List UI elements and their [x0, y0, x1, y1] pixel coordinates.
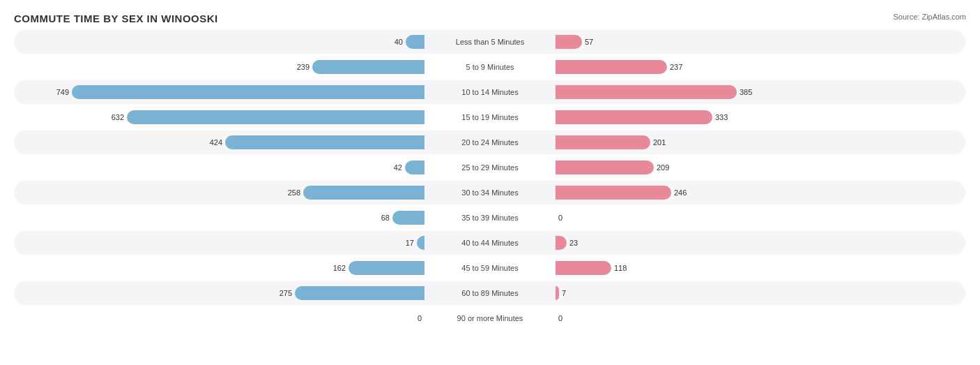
female-value: 237 [670, 63, 689, 71]
male-bar-wrap: 162 [27, 256, 424, 280]
female-bar [556, 161, 654, 174]
row-label: 30 to 34 Minutes [427, 188, 553, 197]
chart-row: 162 45 to 59 Minutes 118 [14, 256, 966, 280]
row-label: 60 to 89 Minutes [427, 289, 553, 297]
female-bar-wrap: 246 [556, 181, 953, 204]
right-section: 385 [553, 80, 966, 104]
chart-row: 17 40 to 44 Minutes 23 [14, 231, 966, 255]
male-bar [225, 135, 424, 149]
left-section: 275 [14, 281, 427, 305]
female-bar [556, 236, 567, 250]
left-section: 239 [14, 55, 427, 79]
right-section: 0 [553, 306, 966, 330]
left-section: 42 [14, 156, 427, 179]
female-value: 0 [558, 214, 578, 222]
left-section: 424 [14, 131, 427, 154]
left-section: 17 [14, 231, 427, 255]
left-section: 40 [14, 30, 427, 54]
male-bar-wrap: 40 [27, 30, 424, 54]
male-bar-wrap: 239 [27, 55, 424, 79]
male-value: 632 [105, 113, 124, 121]
male-value: 275 [273, 289, 292, 297]
female-value: 246 [674, 188, 694, 197]
female-bar [556, 261, 611, 275]
right-section: 246 [553, 181, 966, 204]
female-bar-wrap: 0 [556, 306, 953, 330]
female-value: 385 [740, 88, 759, 96]
chart-container: COMMUTE TIME BY SEX IN WINOOSKI Source: … [0, 0, 980, 365]
chart-title: COMMUTE TIME BY SEX IN WINOOSKI [14, 13, 966, 24]
female-value: 201 [653, 138, 673, 147]
female-bar [556, 60, 667, 74]
row-label: 20 to 24 Minutes [427, 138, 553, 147]
row-label: 45 to 59 Minutes [427, 264, 553, 272]
male-bar [406, 35, 424, 49]
male-value: 239 [290, 63, 309, 71]
male-bar-wrap: 275 [27, 281, 424, 305]
male-bar [417, 236, 424, 250]
left-section: 0 [14, 306, 427, 330]
male-bar [349, 261, 424, 275]
row-label: 90 or more Minutes [427, 314, 553, 322]
row-label: 10 to 14 Minutes [427, 88, 553, 96]
chart-row: 40 Less than 5 Minutes 57 [14, 30, 966, 54]
male-value: 162 [326, 264, 346, 272]
female-bar-wrap: 201 [556, 131, 953, 154]
right-section: 201 [553, 131, 966, 154]
female-bar [556, 110, 712, 124]
male-bar [312, 60, 424, 74]
female-bar-wrap: 23 [556, 231, 953, 255]
female-bar [556, 135, 650, 149]
female-value: 57 [585, 38, 604, 46]
female-bar-wrap: 57 [556, 30, 953, 54]
female-bar-wrap: 7 [556, 281, 953, 305]
right-section: 333 [553, 105, 966, 129]
male-bar-wrap: 258 [27, 181, 424, 204]
right-section: 7 [553, 281, 966, 305]
chart-row: 749 10 to 14 Minutes 385 [14, 80, 966, 104]
right-section: 0 [553, 206, 966, 230]
male-bar [295, 286, 424, 300]
male-bar-wrap: 68 [27, 206, 424, 230]
female-value: 7 [562, 289, 581, 297]
male-bar-wrap: 424 [27, 131, 424, 154]
female-bar-wrap: 209 [556, 156, 953, 179]
male-bar-wrap: 42 [27, 156, 424, 179]
row-label: 5 to 9 Minutes [427, 63, 553, 71]
right-section: 57 [553, 30, 966, 54]
chart-row: 424 20 to 24 Minutes 201 [14, 131, 966, 154]
chart-row: 42 25 to 29 Minutes 209 [14, 156, 966, 179]
row-label: 25 to 29 Minutes [427, 163, 553, 172]
female-value: 333 [715, 113, 735, 121]
left-section: 632 [14, 105, 427, 129]
left-section: 749 [14, 80, 427, 104]
male-value: 40 [383, 38, 403, 46]
male-bar [303, 186, 424, 200]
chart-row: 632 15 to 19 Minutes 333 [14, 105, 966, 129]
left-section: 258 [14, 181, 427, 204]
female-value: 209 [657, 163, 676, 172]
male-bar-wrap: 632 [27, 105, 424, 129]
chart-row: 275 60 to 89 Minutes 7 [14, 281, 966, 305]
chart-row: 239 5 to 9 Minutes 237 [14, 55, 966, 79]
row-label: 40 to 44 Minutes [427, 239, 553, 247]
row-label: Less than 5 Minutes [427, 38, 553, 46]
male-bar [405, 161, 424, 174]
row-label: 15 to 19 Minutes [427, 113, 553, 121]
female-value: 23 [569, 239, 589, 247]
female-bar-wrap: 237 [556, 55, 953, 79]
male-bar [72, 85, 424, 99]
left-section: 162 [14, 256, 427, 280]
right-section: 209 [553, 156, 966, 179]
male-value: 68 [370, 214, 390, 222]
right-section: 23 [553, 231, 966, 255]
male-value: 749 [49, 88, 69, 96]
female-bar [556, 186, 671, 200]
male-bar-wrap: 17 [27, 231, 424, 255]
female-bar [556, 35, 582, 49]
female-bar-wrap: 0 [556, 206, 953, 230]
male-value: 17 [395, 239, 414, 247]
female-bar [556, 85, 737, 99]
bars-area: 40 Less than 5 Minutes 57 239 5 to 9 Min… [14, 30, 966, 313]
male-bar [127, 110, 424, 124]
